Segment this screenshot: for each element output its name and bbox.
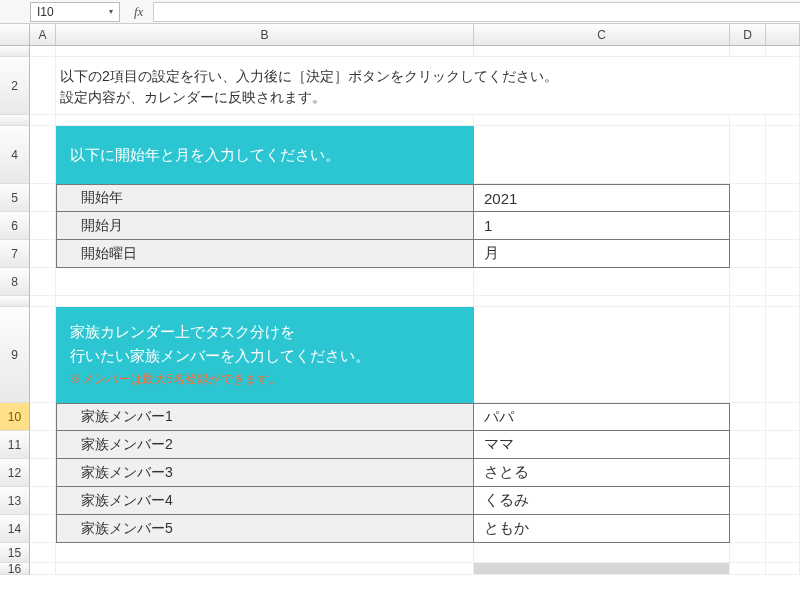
row-header[interactable]: 8 — [0, 268, 30, 296]
cell[interactable] — [474, 563, 730, 575]
cell[interactable] — [56, 46, 474, 57]
cell[interactable] — [56, 296, 474, 307]
cell[interactable] — [730, 212, 766, 240]
cell[interactable]: ママ — [474, 431, 730, 459]
intro-cell[interactable]: 以下の2項目の設定を行い、入力後に［決定］ボタンをクリックしてください。 設定内… — [56, 57, 766, 115]
cell[interactable] — [30, 515, 56, 543]
col-header-E[interactable] — [766, 24, 800, 45]
row-header[interactable]: 11 — [0, 431, 30, 459]
col-header-A[interactable]: A — [30, 24, 56, 45]
cell[interactable] — [30, 115, 56, 126]
cell[interactable] — [766, 296, 800, 307]
cell[interactable] — [30, 46, 56, 57]
cell[interactable] — [766, 126, 800, 184]
row-header[interactable]: 5 — [0, 184, 30, 212]
cell[interactable] — [766, 431, 800, 459]
cell[interactable]: 1 — [474, 212, 730, 240]
cell[interactable] — [474, 115, 730, 126]
cell[interactable]: 2021 — [474, 184, 730, 212]
cell[interactable] — [30, 403, 56, 431]
section2-banner-cell[interactable]: 家族カレンダー上でタスク分けを 行いたい家族メンバーを入力してください。 ※メン… — [56, 307, 474, 403]
cell[interactable]: 家族メンバー5 — [56, 515, 474, 543]
cell[interactable] — [730, 563, 766, 575]
cell[interactable] — [30, 268, 56, 296]
cell[interactable] — [766, 115, 800, 126]
cell[interactable] — [30, 459, 56, 487]
row-header[interactable]: 14 — [0, 515, 30, 543]
start-month-value[interactable]: 1 — [474, 212, 730, 240]
member4-value[interactable]: くるみ — [474, 487, 730, 515]
cell[interactable] — [730, 543, 766, 563]
cell[interactable] — [30, 212, 56, 240]
cell[interactable] — [730, 487, 766, 515]
cell[interactable] — [30, 431, 56, 459]
cell[interactable]: 家族メンバー3 — [56, 459, 474, 487]
cell[interactable]: さとる — [474, 459, 730, 487]
cell[interactable] — [730, 403, 766, 431]
cell[interactable] — [730, 268, 766, 296]
cell[interactable] — [730, 240, 766, 268]
cell[interactable] — [56, 115, 474, 126]
cell[interactable]: 家族メンバー4 — [56, 487, 474, 515]
row-header[interactable]: 4 — [0, 126, 30, 184]
member2-value[interactable]: ママ — [474, 431, 730, 459]
cell[interactable] — [730, 126, 766, 184]
cell[interactable] — [730, 431, 766, 459]
cell[interactable] — [766, 240, 800, 268]
cell[interactable] — [474, 307, 730, 403]
cell[interactable] — [766, 563, 800, 575]
cell[interactable] — [474, 46, 730, 57]
col-header-C[interactable]: C — [474, 24, 730, 45]
row-header[interactable]: 12 — [0, 459, 30, 487]
member3-value[interactable]: さとる — [474, 459, 730, 487]
cell[interactable] — [56, 543, 474, 563]
cell[interactable] — [30, 563, 56, 575]
col-header-D[interactable]: D — [730, 24, 766, 45]
cell[interactable] — [30, 240, 56, 268]
cell[interactable] — [56, 268, 474, 296]
row-header[interactable] — [0, 46, 30, 57]
section1-banner-cell[interactable]: 以下に開始年と月を入力してください。 — [56, 126, 474, 184]
cell[interactable]: 家族メンバー2 — [56, 431, 474, 459]
cell[interactable]: くるみ — [474, 487, 730, 515]
cell[interactable] — [730, 459, 766, 487]
row-header[interactable]: 16 — [0, 563, 30, 575]
cell[interactable]: 月 — [474, 240, 730, 268]
row-header[interactable]: 9 — [0, 307, 30, 403]
cell[interactable] — [30, 296, 56, 307]
cell[interactable] — [730, 46, 766, 57]
cell[interactable] — [30, 543, 56, 563]
cell[interactable] — [766, 403, 800, 431]
cell[interactable]: 家族メンバー1 — [56, 403, 474, 431]
cell[interactable] — [474, 268, 730, 296]
cell[interactable]: パパ — [474, 403, 730, 431]
row-header[interactable]: 7 — [0, 240, 30, 268]
cell[interactable] — [766, 487, 800, 515]
cell[interactable] — [730, 296, 766, 307]
cell[interactable]: 開始曜日 — [56, 240, 474, 268]
cell[interactable] — [30, 307, 56, 403]
cell[interactable]: ともか — [474, 515, 730, 543]
cell[interactable] — [766, 307, 800, 403]
cell[interactable]: 開始月 — [56, 212, 474, 240]
cell[interactable] — [730, 515, 766, 543]
cell[interactable] — [56, 563, 474, 575]
cell[interactable] — [766, 184, 800, 212]
cell[interactable] — [766, 57, 800, 115]
select-all-corner[interactable] — [0, 24, 30, 45]
member1-value[interactable]: パパ — [474, 403, 730, 431]
formula-input[interactable] — [153, 2, 800, 22]
cell[interactable] — [474, 126, 730, 184]
cell[interactable] — [766, 46, 800, 57]
cell[interactable] — [30, 487, 56, 515]
row-header[interactable]: 2 — [0, 57, 30, 115]
cell[interactable] — [766, 543, 800, 563]
cell[interactable] — [766, 268, 800, 296]
cell[interactable] — [766, 459, 800, 487]
row-header[interactable]: 15 — [0, 543, 30, 563]
chevron-down-icon[interactable]: ▾ — [109, 7, 113, 16]
cell[interactable] — [730, 115, 766, 126]
start-year-value[interactable]: 2021 — [474, 184, 730, 212]
cell[interactable] — [30, 57, 56, 115]
row-header[interactable] — [0, 296, 30, 307]
